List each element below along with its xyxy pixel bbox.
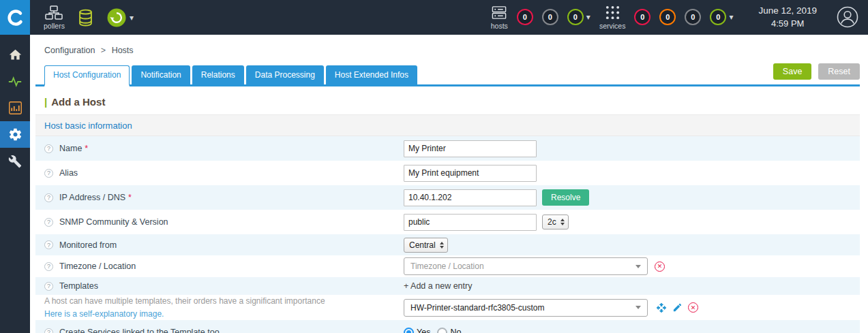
template-edit-button[interactable] (672, 302, 683, 313)
alias-input[interactable] (404, 165, 537, 182)
monitored-from-select[interactable]: Central (404, 238, 448, 253)
title-pipe: | (44, 96, 47, 108)
services-icon (605, 5, 620, 20)
services-ok-badge-group[interactable]: 0 ▾ (710, 9, 733, 25)
radio-selected-icon[interactable] (404, 328, 414, 333)
ip-input[interactable] (404, 189, 537, 206)
services-critical-badge[interactable]: 0 (634, 9, 650, 25)
option-yes-label: Yes (417, 328, 430, 333)
form-row-monitored-from: ? Monitored from Central (35, 234, 860, 255)
help-icon[interactable]: ? (44, 144, 53, 153)
hosts-down-badge[interactable]: 0 (517, 9, 533, 25)
create-services-option-no[interactable]: No (437, 328, 461, 333)
monitored-from-value: Central (409, 240, 436, 250)
chevron-down-icon: ▾ (729, 13, 733, 21)
pencil-icon (672, 302, 683, 313)
form-row-snmp: ? SNMP Community & Version 2c (35, 210, 860, 234)
sidebar-item-configuration[interactable] (0, 121, 30, 148)
help-icon[interactable]: ? (44, 328, 53, 333)
name-label: Name (59, 144, 82, 153)
help-icon[interactable]: ? (44, 193, 53, 202)
services-status-menu[interactable]: services (599, 5, 626, 30)
section-host-basic-information: Host basic information (35, 114, 860, 136)
resolve-button[interactable]: Resolve (542, 189, 589, 206)
select-stepper-icon (560, 219, 565, 225)
form-row-template-entry: A host can have multiple templates, thei… (35, 295, 860, 320)
centreon-c-icon (5, 7, 25, 28)
breadcrumb-configuration[interactable]: Configuration (44, 46, 95, 55)
timezone-placeholder: Timezone / Location (410, 261, 484, 271)
pollers-icon (45, 5, 63, 20)
hosts-up-badge[interactable]: 0 (567, 9, 584, 25)
template-delete-icon[interactable]: ✕ (688, 302, 698, 313)
tab-notification[interactable]: Notification (132, 65, 190, 84)
tab-host-configuration[interactable]: Host Configuration (44, 65, 130, 86)
templates-help-link[interactable]: Here is a self-explanatory image. (44, 308, 325, 321)
templates-help-text: A host can have multiple templates, thei… (44, 295, 325, 308)
sidebar-item-monitoring[interactable] (0, 68, 30, 95)
help-icon[interactable]: ? (44, 282, 53, 291)
save-button[interactable]: Save (773, 63, 812, 80)
sidebar-item-administration[interactable] (0, 148, 30, 174)
tab-data-processing[interactable]: Data Processing (246, 65, 324, 84)
form-row-alias: ? Alias (35, 161, 860, 185)
timezone-label: Timezone / Location (59, 261, 136, 271)
form-row-name: ? Name * (35, 136, 860, 161)
current-time: 4:59 PM (758, 18, 817, 30)
snmp-version-select[interactable]: 2c (542, 215, 569, 229)
reset-button[interactable]: Reset (818, 63, 860, 80)
breadcrumb-hosts[interactable]: Hosts (112, 46, 134, 55)
template-selected-value: HW-Printer-standard-rfc3805-custom (410, 303, 545, 313)
chevron-down-icon (635, 306, 641, 309)
centreon-logo[interactable] (0, 0, 30, 35)
snmp-label: SNMP Community & Version (59, 217, 168, 227)
create-services-option-yes[interactable]: Yes (404, 328, 430, 333)
hosts-unreachable-badge[interactable]: 0 (542, 9, 558, 25)
apply-configuration-menu[interactable]: ▾ (106, 7, 134, 28)
radio-unselected-icon[interactable] (437, 328, 447, 333)
chevron-down-icon: ▾ (586, 13, 590, 21)
tab-host-extended-infos[interactable]: Host Extended Infos (326, 65, 417, 84)
snmp-community-input[interactable] (404, 214, 537, 231)
side-nav (0, 35, 30, 333)
chevron-down-icon: ▾ (130, 14, 134, 22)
hosts-up-badge-group[interactable]: 0 ▾ (567, 9, 590, 25)
sidebar-item-reporting[interactable] (0, 95, 30, 121)
ip-label: IP Address / DNS (59, 193, 125, 202)
form-row-create-services: ? Create Services linked to the Template… (35, 320, 860, 333)
name-input[interactable] (404, 140, 537, 157)
template-select[interactable]: HW-Printer-standard-rfc3805-custom (404, 299, 648, 317)
form-row-templates: ? Templates + Add a new entry (35, 277, 860, 295)
create-services-radio-group: Yes No (404, 328, 461, 333)
hosts-status-menu[interactable]: hosts (491, 5, 508, 30)
database-icon (78, 9, 93, 27)
page-title: |Add a Host (44, 96, 860, 108)
tab-relations[interactable]: Relations (192, 65, 244, 84)
add-template-entry-link[interactable]: + Add a new entry (404, 281, 472, 291)
sidebar-item-home[interactable] (0, 42, 30, 68)
templates-label: Templates (59, 281, 98, 291)
snmp-version-value: 2c (548, 217, 556, 227)
chevron-down-icon (635, 265, 641, 268)
help-icon[interactable]: ? (44, 218, 53, 227)
help-icon[interactable]: ? (44, 169, 53, 178)
services-warning-badge[interactable]: 0 (659, 9, 676, 25)
pollers-menu[interactable]: pollers (44, 5, 65, 30)
help-icon[interactable]: ? (44, 262, 53, 271)
main-area: Configuration > Hosts Host Configuration… (30, 35, 868, 333)
timezone-select[interactable]: Timezone / Location (404, 257, 648, 275)
timezone-delete-icon[interactable]: ✕ (655, 261, 665, 272)
pollers-label: pollers (44, 22, 65, 30)
home-icon (8, 48, 23, 62)
top-bar: pollers ▾ (0, 0, 868, 35)
help-icon[interactable]: ? (44, 240, 53, 249)
user-menu[interactable] (837, 6, 858, 28)
user-avatar-icon (837, 6, 858, 28)
create-services-label: Create Services linked to the Template t… (59, 328, 220, 333)
template-move-handle[interactable] (656, 302, 667, 313)
services-ok-badge[interactable]: 0 (710, 9, 726, 25)
form-row-ip: ? IP Address / DNS * Resolve (35, 185, 860, 210)
services-unknown-badge[interactable]: 0 (685, 9, 701, 25)
database-status[interactable] (78, 9, 93, 27)
pulse-icon (8, 74, 23, 89)
